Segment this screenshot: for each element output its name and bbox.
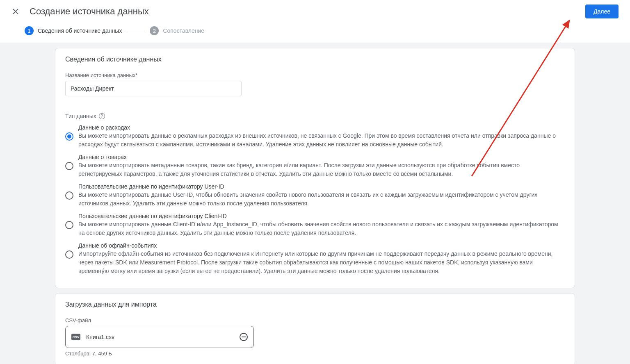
- step-2-circle: 2: [150, 26, 159, 35]
- radio-clientid-desc: Вы можете импортировать данные Client-ID…: [78, 220, 565, 237]
- remove-file-icon[interactable]: [240, 333, 248, 341]
- radio-offline[interactable]: [65, 250, 73, 259]
- header-left: Создание источника данных: [11, 6, 149, 17]
- radio-items-desc: Вы можете импортировать метаданные товар…: [78, 161, 565, 178]
- radio-userid-desc: Вы можете импортировать данные User-ID, …: [78, 191, 565, 208]
- radio-items[interactable]: [65, 162, 73, 170]
- radio-userid-title: Пользовательские данные по идентификатор…: [78, 183, 565, 190]
- radio-option-userid[interactable]: Пользовательские данные по идентификатор…: [65, 182, 565, 211]
- file-chip: CSV Книга1.csv: [65, 326, 254, 348]
- step-1-circle: 1: [25, 26, 34, 35]
- close-icon[interactable]: [11, 7, 20, 16]
- datasource-name-input[interactable]: [65, 81, 242, 96]
- type-label: Тип данных: [65, 113, 96, 119]
- radio-cost-title: Данные о расходах: [78, 124, 565, 131]
- help-icon[interactable]: ?: [99, 113, 105, 119]
- radio-clientid-title: Пользовательские данные по идентификатор…: [78, 213, 565, 219]
- step-2-label: Сопоставление: [163, 27, 204, 34]
- name-field-label: Название источника данных*: [65, 72, 565, 78]
- radio-cost[interactable]: [65, 132, 73, 141]
- csv-label: CSV-файл: [65, 317, 565, 323]
- radio-option-items[interactable]: Данные о товарах Вы можете импортировать…: [65, 152, 565, 182]
- card1-title: Сведения об источнике данных: [65, 56, 565, 63]
- step-1[interactable]: 1 Сведения об источнике данных: [25, 26, 122, 35]
- step-divider: [127, 31, 145, 31]
- step-2[interactable]: 2 Сопоставление: [150, 26, 204, 35]
- csv-icon: CSV: [71, 334, 80, 340]
- step-1-label: Сведения об источнике данных: [38, 27, 122, 34]
- file-stats: Столбцов: 7, 459 Б: [65, 350, 565, 357]
- radio-cost-desc: Вы можете импортировать данные о рекламн…: [78, 132, 565, 149]
- radio-option-offline[interactable]: Данные об офлайн-событиях Импортируйте о…: [65, 241, 565, 279]
- radio-offline-desc: Импортируйте офлайн-события из источнико…: [78, 250, 565, 275]
- type-label-row: Тип данных ?: [65, 113, 565, 119]
- radio-option-cost[interactable]: Данные о расходах Вы можете импортироват…: [65, 123, 565, 152]
- stepper: 1 Сведения об источнике данных 2 Сопоста…: [0, 23, 630, 43]
- card-datasource-details: Сведения об источнике данных Название ис…: [55, 48, 575, 288]
- card2-title: Загрузка данных для импорта: [65, 301, 565, 308]
- radio-clientid[interactable]: [65, 221, 73, 229]
- radio-items-title: Данные о товарах: [78, 154, 565, 160]
- page-title: Создание источника данных: [30, 6, 149, 17]
- radio-offline-title: Данные об офлайн-событиях: [78, 242, 565, 249]
- header-bar: Создание источника данных Далее: [0, 0, 630, 23]
- file-name: Книга1.csv: [86, 334, 114, 340]
- card-upload: Загрузка данных для импорта CSV-файл CSV…: [55, 293, 575, 364]
- radio-option-clientid[interactable]: Пользовательские данные по идентификатор…: [65, 211, 565, 241]
- radio-userid[interactable]: [65, 191, 73, 200]
- next-button[interactable]: Далее: [585, 5, 619, 18]
- content-area: Сведения об источнике данных Название ис…: [0, 43, 630, 364]
